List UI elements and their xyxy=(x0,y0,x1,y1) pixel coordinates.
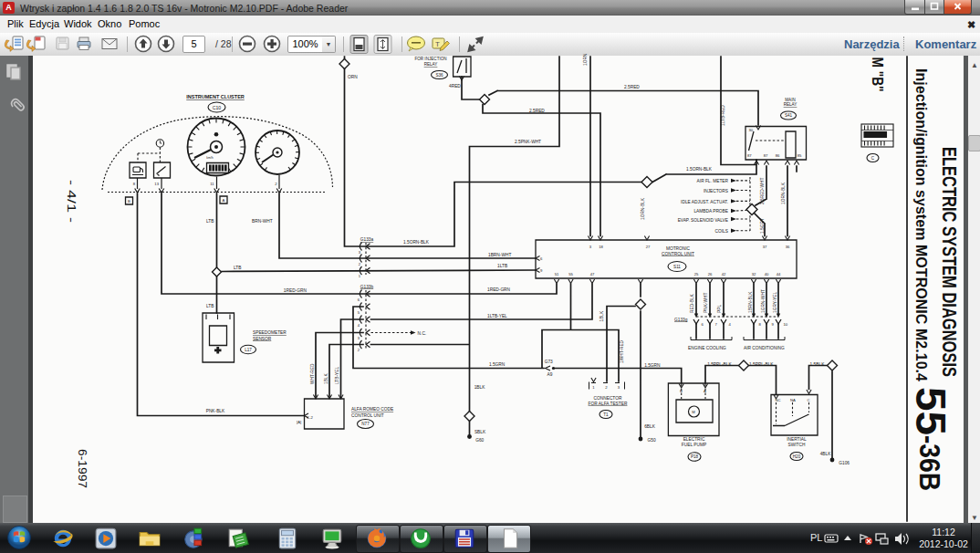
svg-text:FOR ALFA TESTER: FOR ALFA TESTER xyxy=(589,402,628,406)
svg-text:26: 26 xyxy=(708,272,713,276)
svg-text:ELECTRIC SYSTEM DIAGNOSIS: ELECTRIC SYSTEM DIAGNOSIS xyxy=(938,147,961,377)
svg-text:G133a: G133a xyxy=(360,237,374,242)
svg-text:1: 1 xyxy=(359,274,361,278)
svg-text:1.5PPL-BLK: 1.5PPL-BLK xyxy=(749,362,774,367)
svg-text:8: 8 xyxy=(759,322,762,327)
svg-text:MOTRONIC: MOTRONIC xyxy=(666,246,691,251)
svg-text:RED-BLK: RED-BLK xyxy=(690,293,694,313)
svg-text:1LTB: 1LTB xyxy=(497,264,507,268)
svg-text:G73: G73 xyxy=(545,360,553,364)
svg-text:6: 6 xyxy=(702,322,704,327)
svg-text:1ORN: 1ORN xyxy=(583,53,588,66)
svg-text:86: 86 xyxy=(776,153,780,158)
svg-text:INJECTORS: INJECTORS xyxy=(704,189,728,193)
svg-text:1: 1 xyxy=(592,385,595,390)
svg-text:RELAY: RELAY xyxy=(424,62,438,67)
svg-text:PNK-BLK: PNK-BLK xyxy=(206,409,225,413)
svg-text:BRN-WHT: BRN-WHT xyxy=(252,219,273,224)
svg-text:10: 10 xyxy=(784,322,788,327)
svg-text:1BRN-BLK: 1BRN-BLK xyxy=(748,291,753,313)
svg-text:EVAP. SOLENOID VALVE: EVAP. SOLENOID VALVE xyxy=(678,218,728,223)
svg-text:4: 4 xyxy=(358,323,360,328)
svg-text:1RED-GRN: 1RED-GRN xyxy=(284,288,308,293)
svg-text:1ORN-BLK: 1ORN-BLK xyxy=(781,182,786,204)
svg-text:LTB: LTB xyxy=(206,219,214,224)
svg-text:9: 9 xyxy=(772,322,775,327)
svg-text:LTB: LTB xyxy=(234,266,241,270)
svg-text:6-1997: 6-1997 xyxy=(76,449,89,488)
svg-text:SWITCH: SWITCH xyxy=(788,443,806,447)
svg-text:MAIN: MAIN xyxy=(785,98,795,102)
svg-text:3: 3 xyxy=(359,250,361,255)
svg-text:51: 51 xyxy=(555,272,559,276)
svg-text:2: 2 xyxy=(275,182,277,186)
svg-text:1RED-GRN: 1RED-GRN xyxy=(487,287,511,292)
svg-text:37: 37 xyxy=(763,245,767,249)
svg-text:36: 36 xyxy=(786,245,790,249)
svg-text:1BRN-WHT: 1BRN-WHT xyxy=(488,253,511,257)
svg-text:COILS: COILS xyxy=(715,229,728,234)
svg-text:L17: L17 xyxy=(245,348,252,352)
svg-text:87: 87 xyxy=(747,153,752,158)
svg-text:3: 3 xyxy=(618,385,620,390)
svg-text:CONNECTOR: CONNECTOR xyxy=(594,396,622,401)
svg-text:CONTROL UNIT: CONTROL UNIT xyxy=(351,413,384,418)
svg-text:ORN: ORN xyxy=(348,75,358,79)
svg-text:85: 85 xyxy=(798,153,802,158)
svg-text:9: 9 xyxy=(540,268,543,273)
svg-text:32: 32 xyxy=(752,272,756,276)
svg-text:2.5PNK-WHT: 2.5PNK-WHT xyxy=(515,140,541,144)
svg-text:1BLK: 1BLK xyxy=(599,310,604,322)
svg-text:1ORN-BLK: 1ORN-BLK xyxy=(641,197,645,220)
svg-text:C: C xyxy=(871,156,875,161)
svg-text:13: 13 xyxy=(154,182,159,186)
svg-text:SPEEDOMETER: SPEEDOMETER xyxy=(253,330,287,335)
svg-text:2: 2 xyxy=(358,348,360,352)
svg-text:11: 11 xyxy=(210,182,214,186)
svg-text:CONTROL UNIT: CONTROL UNIT xyxy=(662,252,694,256)
svg-text:ENGINE COOLING: ENGINE COOLING xyxy=(688,346,726,350)
svg-text:1.5PPL-BLK: 1.5PPL-BLK xyxy=(707,362,732,367)
svg-text:PPL: PPL xyxy=(717,305,722,313)
svg-text:T1: T1 xyxy=(603,412,609,417)
svg-text:47: 47 xyxy=(590,272,595,276)
svg-text:5: 5 xyxy=(358,310,360,315)
svg-text:SBLK: SBLK xyxy=(474,430,486,434)
svg-text:NC: NC xyxy=(776,398,781,402)
svg-text:ELECTRIC: ELECTRIC xyxy=(683,437,705,442)
svg-text:8: 8 xyxy=(133,182,136,186)
svg-text:km/h: km/h xyxy=(206,156,213,160)
svg-text:87: 87 xyxy=(764,153,768,158)
svg-text:INSTRUMENT CLUSTER: INSTRUMENT CLUSTER xyxy=(186,94,245,99)
svg-text:WHT-RED: WHT-RED xyxy=(310,363,315,384)
svg-text:27: 27 xyxy=(646,245,651,249)
svg-text:4: 4 xyxy=(729,322,732,327)
svg-text:AIR CONDITIONING: AIR CONDITIONING xyxy=(744,346,785,350)
svg-text:G133g: G133g xyxy=(674,318,688,322)
svg-text:-36B: -36B xyxy=(913,435,946,491)
svg-text:55: 55 xyxy=(907,387,955,435)
svg-text:AIR FL. METER: AIR FL. METER xyxy=(697,179,729,183)
svg-text:1BLK: 1BLK xyxy=(474,385,486,390)
svg-text:1.5GRY: 1.5GRY xyxy=(760,217,765,234)
svg-text:55: 55 xyxy=(568,272,573,276)
svg-text:B: B xyxy=(680,389,683,393)
svg-text:C-2: C-2 xyxy=(307,415,313,420)
svg-text:2.5RED: 2.5RED xyxy=(529,109,545,113)
svg-text:N77: N77 xyxy=(361,422,370,426)
svg-text:M "B": M "B" xyxy=(869,57,886,92)
svg-text:H20: H20 xyxy=(793,454,801,459)
svg-text:P18: P18 xyxy=(691,454,699,459)
svg-text:1.5GRN: 1.5GRN xyxy=(489,362,506,367)
svg-text:1BLK: 1BLK xyxy=(324,372,328,384)
svg-text:G50: G50 xyxy=(648,438,656,443)
svg-text:G106: G106 xyxy=(839,461,850,465)
svg-text:FUEL PUMP: FUEL PUMP xyxy=(682,443,706,447)
svg-text:6BLK: 6BLK xyxy=(644,424,656,429)
svg-text:44: 44 xyxy=(777,272,781,276)
svg-text:A: A xyxy=(223,198,225,203)
svg-text:1.5GRN: 1.5GRN xyxy=(644,363,661,368)
svg-text:C: C xyxy=(808,398,810,402)
svg-text:LAMBDA PROBE: LAMBDA PROBE xyxy=(693,209,728,214)
svg-text:- 4/1 -: - 4/1 - xyxy=(65,180,78,223)
